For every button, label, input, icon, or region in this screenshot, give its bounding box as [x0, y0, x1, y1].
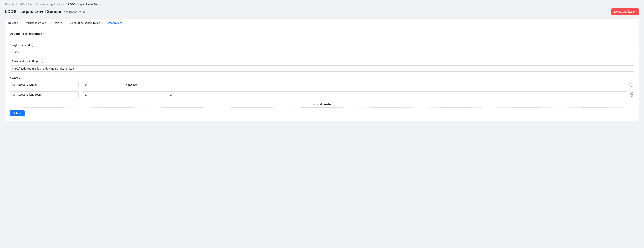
breadcrumb-tenants[interactable]: Tenants [5, 2, 14, 7]
endpoint-url-input[interactable] [10, 65, 634, 72]
tab-integrations[interactable]: Integrations [108, 19, 122, 28]
endpoint-url-field: * Event endpoint URL(s) ? [10, 59, 634, 72]
header-value-input[interactable] [82, 82, 626, 88]
header-key-input[interactable] [10, 82, 79, 88]
breadcrumb-tenant-account[interactable]: MetSci Demo Account [18, 2, 46, 7]
breadcrumb-separator: / [47, 2, 48, 7]
required-mark: * [10, 43, 11, 48]
remove-header-button[interactable] [630, 92, 634, 97]
breadcrumb-applications[interactable]: Applications [50, 2, 64, 7]
tab-relays[interactable]: Relays [54, 19, 62, 28]
submit-button[interactable]: Submit [10, 110, 25, 116]
page-header: LDDS - Liquid Level Sensor application i… [5, 8, 639, 15]
breadcrumb-separator: / [66, 2, 67, 7]
section-title: Update HTTP integration [5, 28, 639, 40]
payload-encoding-field: * Payload encoding JSON [10, 43, 634, 56]
tab-application-configuration[interactable]: Application configuration [70, 19, 100, 28]
required-mark: * [10, 59, 11, 64]
header-extra-number: 18 [138, 10, 142, 15]
minus-icon [632, 85, 633, 85]
tab-multicast-groups[interactable]: Multicast groups [26, 19, 46, 28]
tab-devices[interactable]: Devices [8, 19, 18, 28]
header-row [10, 91, 634, 98]
breadcrumb-separator: / [16, 2, 17, 7]
remove-header-button[interactable] [630, 83, 634, 87]
delete-application-button[interactable]: Delete application [611, 9, 639, 15]
header-key-input[interactable] [10, 91, 79, 98]
help-icon[interactable]: ? [40, 60, 43, 63]
payload-encoding-select[interactable]: JSON [10, 49, 634, 56]
header-value-input[interactable] [82, 91, 626, 98]
header-row [10, 82, 634, 88]
endpoint-url-label: Event endpoint URL(s) [12, 59, 40, 64]
application-id-label: application id: 0d [64, 10, 84, 15]
plus-icon: ＋ [313, 103, 315, 106]
minus-icon [632, 94, 633, 95]
tabs: Devices Multicast groups Relays Applicat… [5, 19, 639, 28]
page-title: LDDS - Liquid Level Sensor [5, 8, 62, 15]
add-header-label: Add header [317, 103, 331, 106]
main-card: Devices Multicast groups Relays Applicat… [5, 18, 639, 121]
headers-label: Headers [10, 76, 20, 80]
breadcrumb-current: LDDS - Liquid Level Sensor [68, 2, 102, 7]
payload-encoding-label: Payload encoding [12, 43, 33, 48]
add-header-button[interactable]: ＋ Add header [10, 101, 634, 108]
breadcrumb: Tenants / MetSci Demo Account / Applicat… [5, 2, 639, 7]
